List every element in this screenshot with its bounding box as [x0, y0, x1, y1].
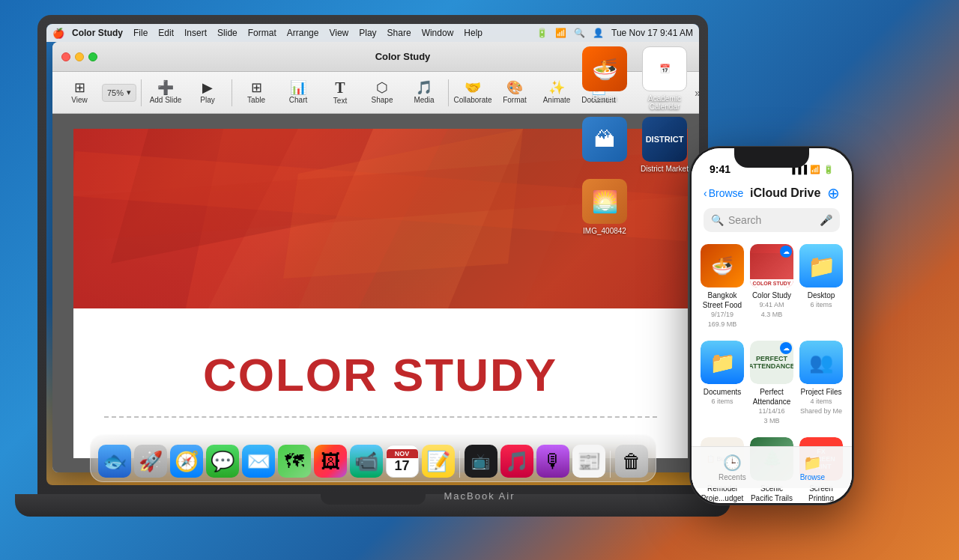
format-icon: 🎨 — [506, 81, 523, 94]
dock-music[interactable]: 🎵 — [500, 445, 533, 478]
project-files-thumbnail: 👥 — [799, 341, 843, 384]
chart-icon: 📊 — [290, 81, 306, 94]
tab-browse[interactable]: 📁 Browse — [800, 454, 825, 481]
wifi-icon: 📶 — [555, 28, 566, 38]
macos-desktop: 🍎 Color Study File Edit Insert Slide For… — [46, 24, 699, 485]
perfect-attendance-info: 11/14/163 MB — [758, 407, 784, 425]
menubar-arrange[interactable]: Arrange — [287, 28, 319, 38]
toolbar-separator-3 — [448, 79, 449, 106]
view-icon: ⊞ — [74, 81, 85, 94]
dock-news[interactable]: 📰 — [572, 445, 605, 478]
dock-trash[interactable]: 🗑 — [615, 445, 648, 478]
browse-label: Browse — [800, 473, 825, 481]
toolbar-add-slide[interactable]: ➕ Add Slide — [146, 75, 185, 111]
menubar-slide[interactable]: Slide — [217, 28, 238, 38]
collaborate-label: Collaborate — [453, 96, 491, 104]
menubar-play[interactable]: Play — [359, 28, 376, 38]
file-project-files[interactable]: 👥 Project Files 4 itemsShared by Me — [799, 341, 843, 425]
user-icon[interactable]: 👤 — [593, 28, 604, 38]
add-slide-label: Add Slide — [150, 96, 182, 104]
apple-menu[interactable]: 🍎 — [52, 28, 64, 39]
dock-calendar[interactable]: NOV17 — [386, 445, 419, 478]
desktop-icon-district[interactable]: DISTRICT District Market — [638, 117, 692, 173]
desktop-icon-photo[interactable]: 🌅 IMG_400842 — [578, 179, 632, 235]
dock-mail[interactable]: ✉️ — [242, 445, 275, 478]
file-desktop[interactable]: 📁 Desktop 6 items — [799, 244, 843, 329]
desktop-icon-landscape[interactable]: 🏔 — [578, 117, 632, 173]
dock-safari[interactable]: 🧭 — [170, 445, 203, 478]
battery-icon: 🔋 — [536, 28, 548, 38]
icloud-nav: ‹ Browse iCloud Drive ⊕ — [704, 184, 840, 202]
text-label: Text — [333, 97, 347, 105]
tab-recents[interactable]: 🕒 Recents — [719, 454, 746, 481]
text-icon: T — [335, 80, 345, 95]
toolbar-chart[interactable]: 📊 Chart — [279, 75, 318, 111]
ramen-label: Ramen — [593, 94, 617, 103]
menubar-edit[interactable]: Edit — [158, 28, 174, 38]
desktop-icon-row-1: 🍜 Ramen 📅 Academic Calendar — [578, 46, 692, 111]
menubar-insert[interactable]: Insert — [184, 28, 207, 38]
desktop-icon-academic[interactable]: 📅 Academic Calendar — [638, 46, 692, 111]
search-bar[interactable]: 🔍 Search 🎤 — [704, 208, 840, 232]
menubar-share[interactable]: Share — [387, 28, 411, 38]
toolbar-format[interactable]: 🎨 Format — [495, 75, 534, 111]
file-perfect-attendance[interactable]: PERFECT ATTENDANCE ☁ Perfect Attendance … — [750, 341, 793, 425]
dock-finder[interactable]: 🐟 — [98, 445, 131, 478]
file-bangkok-street-food[interactable]: 🍜 Bangkok Street Food 9/17/19169.9 MB — [701, 244, 744, 329]
toolbar-view-label: View — [71, 96, 88, 104]
bangkok-name: Bangkok Street Food — [701, 290, 744, 310]
toolbar-zoom[interactable]: 75% ▾ — [102, 84, 136, 102]
back-button[interactable]: ‹ Browse — [704, 187, 743, 199]
file-color-study[interactable]: COLOR STUDY ☁ Color Study 9:41 AM4.3 MB — [750, 244, 793, 329]
photo-icon: 🌅 — [582, 179, 627, 224]
toolbar-view[interactable]: ⊞ View — [60, 75, 99, 111]
dock-maps[interactable]: 🗺 — [278, 445, 311, 478]
toolbar-play[interactable]: ▶ Play — [188, 75, 227, 111]
file-documents[interactable]: 📁 Documents 6 items — [701, 341, 744, 425]
bangkok-info: 9/17/19169.9 MB — [708, 310, 737, 329]
documents-name: Documents — [704, 387, 742, 397]
media-icon: 🎵 — [416, 81, 432, 94]
maximize-button[interactable] — [88, 52, 97, 61]
file-row-1: 🍜 Bangkok Street Food 9/17/19169.9 MB CO… — [701, 244, 843, 329]
close-button[interactable] — [61, 52, 70, 61]
minimize-button[interactable] — [75, 52, 84, 61]
iphone-tabbar: 🕒 Recents 📁 Browse — [692, 446, 852, 488]
dock-notes[interactable]: 📝 — [422, 445, 455, 478]
dock-appletv[interactable]: 📺 — [465, 445, 497, 478]
documents-info: 6 items — [711, 397, 733, 407]
macbook-base — [15, 494, 730, 517]
menubar-help[interactable]: Help — [464, 28, 482, 38]
macbook-label: MacBook Air — [444, 490, 515, 502]
color-study-name: Color Study — [752, 290, 791, 300]
search-placeholder: Search — [728, 214, 761, 226]
dock-photos[interactable]: 🖼 — [314, 445, 347, 478]
more-button[interactable]: ⊕ — [827, 184, 840, 202]
menubar-window[interactable]: Window — [422, 28, 454, 38]
dock-launchpad[interactable]: 🚀 — [134, 445, 167, 478]
menubar-format[interactable]: Format — [248, 28, 276, 38]
slide-main-title: COLOR STUDY — [203, 348, 557, 401]
dock-messages[interactable]: 💬 — [206, 445, 239, 478]
menubar-app-name[interactable]: Color Study — [72, 28, 123, 38]
toolbar-shape[interactable]: ⬡ Shape — [363, 75, 402, 111]
landscape-icon: 🏔 — [582, 117, 627, 162]
toolbar-overflow[interactable]: » — [695, 87, 699, 99]
toolbar-animate[interactable]: ✨ Animate — [537, 75, 576, 111]
macbook-screen: 🍎 Color Study File Edit Insert Slide For… — [46, 24, 699, 485]
desktop-icon-ramen[interactable]: 🍜 Ramen — [578, 46, 632, 111]
dock-podcasts[interactable]: 🎙 — [536, 445, 569, 478]
menubar-view[interactable]: View — [329, 28, 348, 38]
toolbar-media[interactable]: 🎵 Media — [405, 75, 444, 111]
toolbar-collaborate[interactable]: 🤝 Collaborate — [453, 75, 492, 111]
macbook-notch — [321, 494, 426, 505]
desktop-info: 6 items — [810, 300, 832, 310]
menubar-file[interactable]: File — [133, 28, 148, 38]
back-chevron-icon: ‹ — [704, 187, 707, 199]
search-icon[interactable]: 🔍 — [574, 28, 585, 38]
dock-facetime[interactable]: 📹 — [350, 445, 383, 478]
toolbar-text[interactable]: T Text — [321, 75, 360, 111]
collaborate-icon: 🤝 — [465, 81, 481, 94]
mic-icon[interactable]: 🎤 — [820, 214, 832, 226]
toolbar-table[interactable]: ⊞ Table — [237, 75, 276, 111]
